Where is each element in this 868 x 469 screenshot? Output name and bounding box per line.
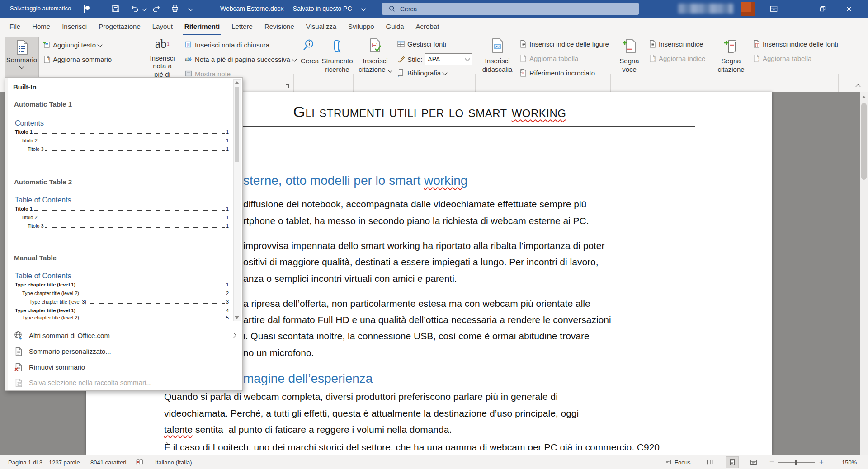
builtin-header: Built-In xyxy=(13,83,37,91)
tab-home[interactable]: Home xyxy=(26,18,56,35)
save-status-chevron[interactable] xyxy=(361,6,366,11)
char-count[interactable]: 8041 caratteri xyxy=(90,455,127,469)
bibliografia-button[interactable]: Bibliografia xyxy=(397,69,447,77)
cross-reference-icon xyxy=(519,69,527,77)
remove-toc-icon xyxy=(14,362,23,371)
tab-riferimenti[interactable]: Riferimenti xyxy=(179,18,226,35)
user-avatar[interactable] xyxy=(741,2,755,16)
aggiorna-tabella-fonti-button[interactable]: Aggiorna tabella xyxy=(752,54,811,62)
tab-progettazione[interactable]: Progettazione xyxy=(93,18,146,35)
scroll-down-icon[interactable] xyxy=(235,316,239,319)
doc-line: rtphone o tablet, ha messo in secondo pi… xyxy=(243,216,589,226)
tab-guida[interactable]: Guida xyxy=(380,18,410,35)
tab-inserisci[interactable]: Inserisci xyxy=(56,18,93,35)
user-name-blurred[interactable] xyxy=(678,4,733,14)
aggiorna-tabella-figure-button[interactable]: Aggiorna tabella xyxy=(519,54,578,62)
segna-voce-button[interactable]: Segna voce xyxy=(614,38,645,73)
tab-revisione[interactable]: Revisione xyxy=(259,18,300,35)
scrollbar-thumb[interactable] xyxy=(861,103,867,180)
autosave-toggle[interactable] xyxy=(84,5,85,13)
tab-file[interactable]: File xyxy=(4,18,26,35)
inserisci-didascalia-button[interactable]: Inserisci didascalia xyxy=(478,38,516,73)
aggiorna-indice-button[interactable]: Aggiorna indice xyxy=(648,54,705,62)
focus-icon xyxy=(664,458,672,466)
menu-item-altri-sommari[interactable]: Altri sommari di Office.com xyxy=(5,328,242,343)
insert-caption-icon xyxy=(490,38,505,53)
close-button[interactable] xyxy=(839,0,859,18)
word-count[interactable]: 1237 parole xyxy=(49,455,80,469)
minimize-button[interactable] xyxy=(788,0,808,18)
table-of-authorities-icon xyxy=(752,40,760,48)
mostra-note-button[interactable]: Mostra note xyxy=(184,70,231,78)
misspelled-word: talente xyxy=(164,424,193,435)
inserisci-indice-figure-button[interactable]: Inserisci indice delle figure xyxy=(519,40,609,48)
nota-successiva-button[interactable]: Nota a piè di pagina successiva xyxy=(184,55,296,63)
doc-heading1: sterne, otto modelli per lo smart workin… xyxy=(243,174,467,188)
aggiungi-testo-button[interactable]: Aggiungi testo xyxy=(42,41,102,49)
undo-icon[interactable] xyxy=(130,4,139,15)
undo-dropdown-chevron[interactable] xyxy=(142,6,146,11)
search-input[interactable]: Cerca xyxy=(382,3,639,15)
inserisci-indice-button[interactable]: Inserisci indice xyxy=(648,40,703,48)
tab-lettere[interactable]: Lettere xyxy=(226,18,259,35)
document-title: Webcam Esterne.docx - Salvato in questo … xyxy=(220,5,352,12)
style-icon xyxy=(397,55,405,63)
zoom-slider[interactable] xyxy=(778,455,815,469)
inserisci-nota-chiusura-button[interactable]: Inserisci nota di chiusura xyxy=(184,41,269,49)
scroll-up-icon[interactable] xyxy=(862,96,866,98)
zoom-slider-thumb[interactable] xyxy=(795,460,797,465)
focus-button[interactable]: Focus xyxy=(664,455,690,469)
collapse-ribbon-chevron[interactable] xyxy=(855,84,860,89)
tab-visualizza[interactable]: Visualizza xyxy=(300,18,342,35)
tab-sviluppo[interactable]: Sviluppo xyxy=(342,18,380,35)
customize-qat-chevron[interactable] xyxy=(188,6,193,11)
print-icon[interactable] xyxy=(171,4,180,15)
word-window: Salvataggio automatico Webcam Esterne.do… xyxy=(0,0,868,469)
gestisci-fonti-button[interactable]: Gestisci fonti xyxy=(397,40,446,48)
aggiorna-sommario-button[interactable]: Aggiorna sommario xyxy=(42,55,112,63)
zoom-level[interactable]: 150% xyxy=(842,455,857,469)
proofing-errors-icon[interactable] xyxy=(136,455,144,469)
doc-line: Quando si parla di webcam completa, dive… xyxy=(164,391,558,402)
zoom-in-button[interactable]: + xyxy=(819,455,824,469)
cerca-button[interactable]: Cerca xyxy=(297,38,322,65)
zoom-out-button[interactable]: − xyxy=(769,455,774,469)
ribbon-display-options-icon[interactable] xyxy=(763,0,784,18)
gallery-scrollbar-thumb[interactable] xyxy=(235,87,239,162)
ribbon-tab-row: File Home Inserisci Progettazione Layout… xyxy=(0,18,868,35)
inserisci-citazione-button[interactable]: Inserisci ​citazione xyxy=(357,38,393,73)
scroll-up-icon[interactable] xyxy=(235,81,239,84)
stile-row: Stile: APA xyxy=(397,53,472,65)
submenu-arrow-icon xyxy=(231,333,236,338)
manage-sources-icon xyxy=(397,40,405,48)
tab-acrobat[interactable]: Acrobat xyxy=(410,18,445,35)
riferimento-incrociato-button[interactable]: Riferimento incrociato xyxy=(519,69,595,77)
doc-line: ositivi di maggiore qualità, destinati a… xyxy=(243,257,599,267)
document-scrollbar[interactable] xyxy=(860,92,868,455)
update-table-icon xyxy=(519,54,527,62)
menu-item-sommario-personalizzato[interactable]: Sommario personalizzato... xyxy=(5,343,242,359)
menu-item-rimuovi-sommario[interactable]: Rimuovi sommario xyxy=(5,359,242,375)
segna-citazione-button[interactable]: Segna citazione xyxy=(712,38,750,73)
doc-line: diffusione dei notebook, accompagnata da… xyxy=(243,199,586,210)
menu-item-salva-selezione[interactable]: Salva selezione nella raccolta sommari..… xyxy=(5,375,242,390)
restore-button[interactable] xyxy=(812,0,833,18)
bibliography-icon xyxy=(397,69,405,77)
print-layout-button[interactable] xyxy=(726,455,739,469)
gallery-scrollbar[interactable] xyxy=(233,79,241,321)
custom-toc-icon xyxy=(14,347,23,356)
tab-layout[interactable]: Layout xyxy=(146,18,179,35)
redo-icon[interactable] xyxy=(152,4,161,15)
save-status[interactable]: Salvato in questo PC xyxy=(293,5,352,12)
read-mode-button[interactable] xyxy=(704,455,716,469)
save-icon[interactable] xyxy=(111,4,120,15)
sommario-button[interactable]: Sommario xyxy=(5,37,39,80)
stile-combobox[interactable]: APA xyxy=(425,53,472,65)
page-count[interactable]: Pagina 1 di 3 xyxy=(8,455,42,469)
language-indicator[interactable]: Italiano (Italia) xyxy=(155,455,192,469)
footnotes-dialog-launcher-icon[interactable] xyxy=(283,84,289,90)
web-layout-button[interactable] xyxy=(748,455,760,469)
inserisci-indice-fonti-button[interactable]: Inserisci indice delle fonti xyxy=(752,40,838,48)
strumento-ricerche-button[interactable]: Strumento ricerche xyxy=(323,38,352,73)
misspelled-word: working xyxy=(424,174,467,188)
